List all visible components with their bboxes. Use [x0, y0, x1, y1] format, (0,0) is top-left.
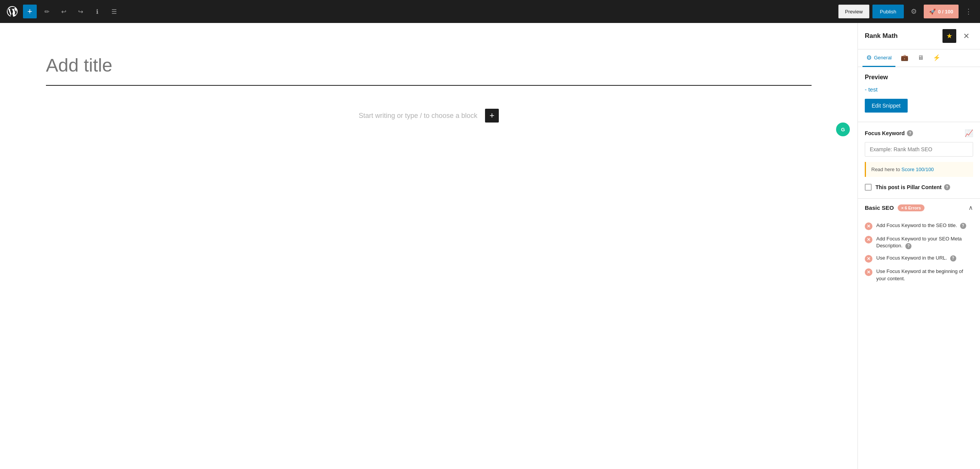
redo-button[interactable]: ↪ — [74, 5, 87, 18]
error-item-3: ✕ Use Focus Keyword in the URL. ? — [865, 255, 973, 263]
settings-button[interactable]: ⚙ — [907, 5, 921, 18]
focus-keyword-help-icon[interactable]: ? — [907, 130, 913, 136]
score-button[interactable]: 🚀 0 / 100 — [924, 5, 959, 18]
tools-button[interactable]: ✏ — [40, 5, 54, 18]
error-item-2: ✕ Add Focus Keyword to your SEO Meta Des… — [865, 235, 973, 249]
seo-errors-list: ✕ Add Focus Keyword to the SEO title. ? … — [865, 217, 973, 282]
topbar: + ✏ ↩ ↪ ℹ ☰ Preview Publish ⚙ 🚀 0 / 100 … — [0, 0, 980, 23]
gear-icon: ⚙ — [911, 7, 917, 16]
pillar-label-text: This post is Pillar Content — [875, 184, 942, 190]
tab-advanced[interactable]: ⚡ — [929, 49, 944, 67]
rankmath-sidebar: Rank Math ★ ✕ ⚙ General 💼 🖥 — [858, 23, 980, 469]
focus-keyword-input[interactable] — [865, 142, 973, 157]
info-icon: ℹ — [96, 8, 98, 15]
pillar-help-icon[interactable]: ? — [944, 184, 950, 190]
ellipsis-icon: ⋮ — [965, 7, 972, 16]
focus-keyword-label: Focus Keyword ? — [865, 130, 913, 136]
rm-close-button[interactable]: ✕ — [959, 29, 973, 43]
error-help-icon-3[interactable]: ? — [950, 255, 956, 261]
publish-button[interactable]: Publish — [872, 5, 904, 18]
list-view-button[interactable]: ☰ — [107, 5, 121, 18]
trend-icon[interactable]: 📈 — [965, 129, 973, 137]
basic-seo-header[interactable]: Basic SEO × 6 Errors ∧ — [858, 198, 980, 217]
list-icon: ☰ — [111, 8, 117, 15]
star-icon: ★ — [946, 32, 952, 40]
error-text-3: Use Focus Keyword in the URL. ? — [876, 255, 973, 261]
rm-star-button[interactable]: ★ — [942, 29, 956, 43]
add-block-button[interactable]: + — [23, 5, 37, 18]
tab-schema[interactable]: 🖥 — [914, 50, 928, 67]
error-x-icon-3: ✕ — [865, 255, 872, 263]
editor-divider — [46, 85, 812, 86]
rm-header-actions: ★ ✕ — [942, 29, 973, 43]
close-icon: ✕ — [963, 31, 970, 41]
error-item-4: ✕ Use Focus Keyword at the beginning of … — [865, 268, 973, 282]
rankmath-title: Rank Math — [865, 32, 898, 40]
rm-header: Rank Math ★ ✕ — [858, 23, 980, 49]
grammarly-icon: G — [841, 127, 845, 132]
post-title-input[interactable] — [46, 54, 812, 77]
social-tab-icon: 💼 — [901, 54, 908, 61]
advanced-tab-icon: ⚡ — [933, 54, 941, 61]
chevron-up-icon: ∧ — [969, 204, 973, 211]
wp-logo — [5, 4, 20, 19]
rm-tabs: ⚙ General 💼 🖥 ⚡ — [858, 49, 980, 67]
tab-general[interactable]: ⚙ General — [862, 49, 895, 67]
pillar-content-row: This post is Pillar Content ? — [865, 184, 973, 191]
error-help-icon-2[interactable]: ? — [905, 243, 911, 249]
rm-content: Preview - test Edit Snippet Focus Keywor… — [858, 67, 980, 469]
score-100-link[interactable]: Score 100/100 — [902, 167, 934, 172]
error-help-icon-1[interactable]: ? — [960, 223, 966, 229]
editor-body: Start writing or type / to choose a bloc… — [46, 101, 812, 130]
errors-badge: × 6 Errors — [898, 204, 924, 211]
preview-section-title: Preview — [865, 74, 973, 81]
rm-divider-1 — [858, 122, 980, 122]
error-x-icon-4: ✕ — [865, 268, 872, 276]
pen-icon: ✏ — [44, 8, 49, 15]
error-x-icon-2: ✕ — [865, 236, 872, 243]
score-hint: Read here to Score 100/100 — [865, 162, 973, 177]
preview-link[interactable]: - test — [865, 86, 973, 93]
undo-icon: ↩ — [61, 8, 66, 15]
error-text-1: Add Focus Keyword to the SEO title. ? — [876, 222, 973, 229]
focus-keyword-text: Focus Keyword — [865, 130, 905, 136]
focus-keyword-header: Focus Keyword ? 📈 — [865, 129, 973, 137]
main-layout: Start writing or type / to choose a bloc… — [0, 23, 980, 469]
inline-add-block-button[interactable]: + — [485, 109, 499, 123]
error-text-4: Use Focus Keyword at the beginning of yo… — [876, 268, 973, 282]
score-hint-text: Read here to — [871, 167, 902, 172]
editor-placeholder-text: Start writing or type / to choose a bloc… — [359, 112, 477, 120]
tab-social[interactable]: 💼 — [897, 49, 912, 67]
basic-seo-left: Basic SEO × 6 Errors — [865, 204, 924, 211]
general-tab-label: General — [874, 55, 892, 60]
edit-snippet-button[interactable]: Edit Snippet — [865, 99, 908, 113]
undo-button[interactable]: ↩ — [57, 5, 70, 18]
basic-seo-title: Basic SEO — [865, 204, 894, 211]
editor-area: Start writing or type / to choose a bloc… — [0, 23, 858, 469]
preview-button[interactable]: Preview — [838, 5, 869, 18]
error-text-2: Add Focus Keyword to your SEO Meta Descr… — [876, 235, 973, 249]
rocket-icon: 🚀 — [929, 8, 936, 15]
grammarly-button[interactable]: G — [836, 123, 850, 136]
pillar-content-label: This post is Pillar Content ? — [875, 184, 950, 190]
pillar-content-checkbox[interactable] — [865, 184, 872, 191]
general-tab-icon: ⚙ — [866, 54, 872, 61]
error-item-1: ✕ Add Focus Keyword to the SEO title. ? — [865, 222, 973, 230]
redo-icon: ↪ — [78, 8, 83, 15]
schema-tab-icon: 🖥 — [918, 54, 924, 61]
score-value: 0 / 100 — [938, 9, 953, 15]
info-button[interactable]: ℹ — [90, 5, 104, 18]
error-x-icon-1: ✕ — [865, 222, 872, 230]
more-options-button[interactable]: ⋮ — [962, 5, 975, 18]
